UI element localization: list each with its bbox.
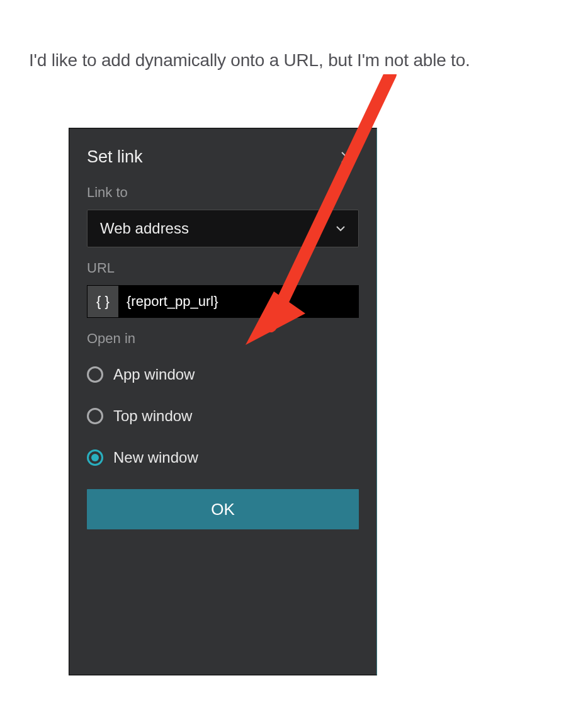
- ok-button[interactable]: OK: [87, 489, 359, 529]
- insert-attribute-button[interactable]: { }: [87, 285, 118, 318]
- close-icon: [340, 150, 354, 164]
- radio-label: New window: [113, 449, 198, 466]
- intro-text: I'd like to add dynamically onto a URL, …: [29, 50, 470, 70]
- open-in-label: Open in: [87, 330, 359, 347]
- radio-icon: [87, 449, 103, 466]
- open-in-radio-group: App window Top window New window: [87, 356, 359, 477]
- radio-icon: [87, 366, 103, 383]
- close-button[interactable]: [340, 150, 359, 164]
- braces-icon: { }: [96, 293, 110, 310]
- radio-app-window[interactable]: App window: [87, 356, 359, 393]
- radio-label: Top window: [113, 407, 192, 425]
- set-link-panel: Set link Link to Web address URL { }: [69, 128, 377, 675]
- link-to-select[interactable]: Web address: [87, 210, 359, 247]
- panel-title: Set link: [87, 147, 143, 167]
- chevron-down-icon: [336, 225, 346, 232]
- url-input[interactable]: [118, 285, 359, 318]
- radio-top-window[interactable]: Top window: [87, 397, 359, 435]
- link-to-label: Link to: [87, 184, 359, 201]
- radio-label: App window: [113, 366, 195, 383]
- radio-icon: [87, 408, 103, 424]
- link-to-value: Web address: [100, 220, 189, 237]
- radio-new-window[interactable]: New window: [87, 439, 359, 477]
- url-label: URL: [87, 260, 359, 276]
